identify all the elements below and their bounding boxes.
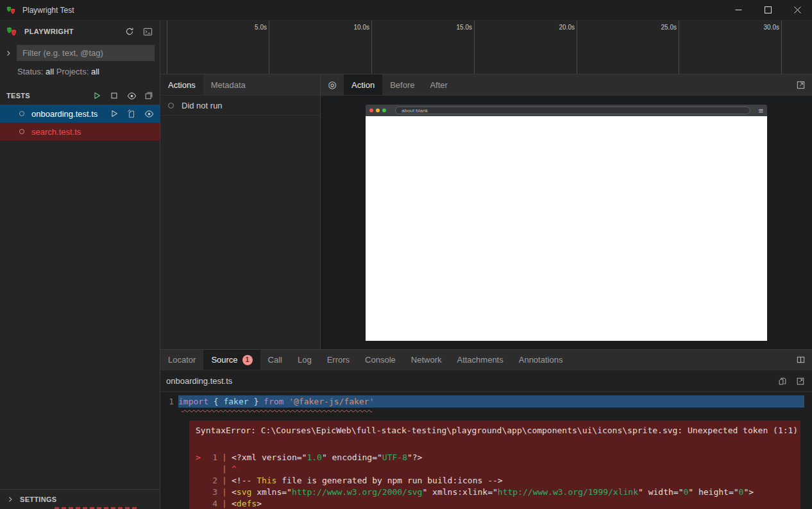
- code-frame-line: > 1 | <?xml version="1.0" encoding="UTF-…: [196, 452, 797, 463]
- test-status-icon: [19, 111, 24, 116]
- tab-metadata[interactable]: Metadata: [203, 74, 253, 95]
- source-file-name: onboarding.test.ts: [160, 376, 232, 386]
- code-frame-line: 4 | <defs>: [196, 498, 797, 509]
- timeline-tick-label: 15.0s: [457, 24, 472, 31]
- filter-status-line[interactable]: Status: all Projects: all: [0, 64, 160, 83]
- projects-label: Projects:: [56, 67, 89, 76]
- tests-section-header: TESTS: [0, 87, 160, 105]
- window-controls: [723, 0, 812, 20]
- tab-errors[interactable]: Errors: [319, 350, 357, 370]
- open-file-external-icon[interactable]: [795, 375, 806, 387]
- status-label: Status:: [17, 67, 43, 76]
- settings-section[interactable]: SETTINGS: [0, 489, 160, 509]
- did-not-run-row[interactable]: Did not run: [160, 96, 320, 116]
- status-value: all: [46, 67, 54, 76]
- code-frame: > 1 | <?xml version="1.0" encoding="UTF-…: [196, 452, 797, 509]
- actions-list: Did not run: [160, 96, 320, 349]
- sidebar-brand-label: PLAYWRIGHT: [24, 28, 74, 35]
- main-area: 5.0s10.0s15.0s20.0s25.0s30.0s Actions Me…: [160, 21, 812, 509]
- details-panel: Locator Source 1 Call Log Errors Console…: [160, 350, 812, 509]
- error-squiggle: [182, 408, 812, 413]
- test-file-row-onboarding[interactable]: onboarding.test.ts: [0, 105, 160, 123]
- browser-mock: about:blank ≡: [366, 105, 767, 341]
- timeline-gridline: 25.0s: [679, 21, 679, 74]
- tab-log[interactable]: Log: [290, 350, 319, 370]
- filter-section: [0, 40, 160, 64]
- tab-annotations[interactable]: Annotations: [511, 350, 571, 370]
- tab-locator[interactable]: Locator: [160, 350, 203, 370]
- reload-tests-icon[interactable]: [124, 26, 135, 37]
- timeline-tick-label: 5.0s: [255, 24, 267, 31]
- stop-icon[interactable]: [108, 90, 120, 101]
- traffic-light-yellow-icon: [376, 108, 380, 112]
- open-source-file-icon[interactable]: [126, 108, 137, 119]
- tab-after[interactable]: After: [422, 74, 455, 95]
- title-bar: Playwright Test: [0, 0, 812, 21]
- timeline[interactable]: 5.0s10.0s15.0s20.0s25.0s30.0s: [160, 21, 812, 74]
- playwright-logo-icon: [6, 5, 16, 15]
- playwright-masks-icon: [5, 26, 18, 37]
- tab-call[interactable]: Call: [260, 350, 290, 370]
- tab-network[interactable]: Network: [403, 350, 450, 370]
- traffic-light-green-icon: [382, 108, 386, 112]
- collapse-all-icon[interactable]: [143, 90, 155, 101]
- tab-actions[interactable]: Actions: [160, 74, 203, 95]
- snapshot-view: about:blank ≡: [321, 96, 812, 349]
- open-snapshot-external-icon[interactable]: [789, 74, 812, 95]
- tab-source[interactable]: Source 1: [203, 350, 260, 370]
- timeline-gridline: [167, 21, 167, 74]
- line-number: 1: [160, 395, 178, 408]
- close-button[interactable]: [782, 0, 812, 20]
- tab-console[interactable]: Console: [357, 350, 403, 370]
- test-file-row-search[interactable]: search.test.ts: [0, 123, 160, 141]
- details-tabs: Locator Source 1 Call Log Errors Console…: [160, 350, 812, 370]
- run-all-icon[interactable]: [91, 90, 103, 101]
- did-not-run-label: Did not run: [182, 101, 223, 110]
- test-status-icon: [19, 129, 24, 134]
- browser-toolbar: about:blank ≡: [366, 105, 767, 116]
- tab-action[interactable]: Action: [344, 74, 382, 95]
- tests-header-label: TESTS: [6, 92, 30, 99]
- test-file-name: onboarding.test.ts: [31, 109, 97, 119]
- source-view[interactable]: 1 import { faker } from '@faker-js/faker…: [160, 392, 812, 509]
- timeline-gridline: 10.0s: [371, 21, 372, 74]
- sidebar-header: PLAYWRIGHT: [0, 21, 160, 40]
- timeline-gridline: 20.0s: [577, 21, 577, 74]
- snapshot-pane-tabs: ◎ Action Before After: [321, 74, 812, 96]
- source-error-badge: 1: [242, 355, 253, 365]
- pick-locator-icon[interactable]: ◎: [321, 74, 344, 95]
- actions-pane: Actions Metadata Did not run: [160, 74, 321, 349]
- watch-all-icon[interactable]: [126, 90, 137, 101]
- watch-test-icon[interactable]: [143, 108, 155, 119]
- page-content: [366, 116, 767, 341]
- tab-before[interactable]: Before: [382, 74, 422, 95]
- snapshot-pane: ◎ Action Before After: [321, 74, 812, 349]
- workspace: Actions Metadata Did not run ◎ Action Be…: [160, 74, 812, 350]
- maximize-button[interactable]: [753, 0, 782, 20]
- source-file-header: onboarding.test.ts: [160, 370, 812, 392]
- traffic-light-red-icon: [369, 108, 373, 112]
- window-title: Playwright Test: [22, 6, 74, 15]
- terminal-icon[interactable]: [142, 26, 153, 37]
- timeline-tick-label: 20.0s: [559, 24, 575, 31]
- code-frame-caret-line: | ^: [196, 463, 797, 475]
- tab-attachments[interactable]: Attachments: [449, 350, 511, 370]
- timeline-gridline: 30.0s: [781, 21, 782, 74]
- filter-chevron-icon[interactable]: [0, 49, 17, 57]
- timeline-gridline: 15.0s: [474, 21, 475, 74]
- minimize-button[interactable]: [723, 0, 753, 20]
- sidebar: PLAYWRIGHT Status: all Projects: all: [0, 21, 160, 509]
- timeline-tick-label: 10.0s: [354, 24, 369, 31]
- source-line-1: 1 import { faker } from '@faker-js/faker…: [160, 395, 812, 408]
- code-frame-line: 2 | <!-- This file is generated by npm r…: [196, 475, 797, 487]
- settings-chevron-icon: [6, 496, 14, 503]
- settings-label: SETTINGS: [20, 496, 56, 503]
- run-test-icon[interactable]: [108, 108, 120, 119]
- browser-menu-icon: ≡: [758, 107, 763, 115]
- split-view-icon[interactable]: [789, 350, 812, 370]
- syntax-error-block: SyntaxError: C:\Courses\EpicWeb\full-sta…: [189, 420, 800, 509]
- timeline-gridline: 5.0s: [269, 21, 269, 74]
- copy-icon[interactable]: [777, 375, 788, 387]
- timeline-tick-label: 30.0s: [764, 24, 779, 31]
- filter-input[interactable]: [17, 45, 155, 61]
